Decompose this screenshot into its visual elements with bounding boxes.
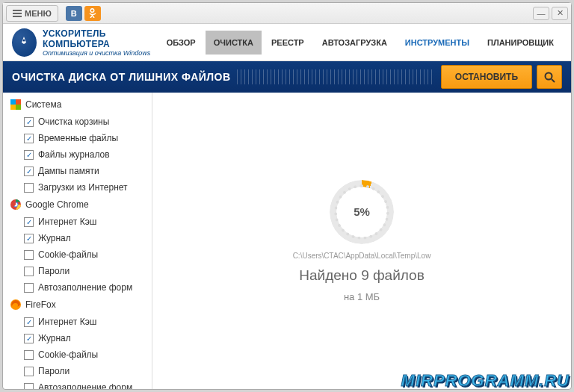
list-item[interactable]: Автозаполнение форм bbox=[3, 279, 152, 296]
found-count: Найдено 9 файлов bbox=[299, 267, 425, 284]
list-item[interactable]: Временные файлы bbox=[3, 130, 152, 146]
item-label: Журнал bbox=[38, 333, 71, 343]
list-item[interactable]: Очистка корзины bbox=[3, 113, 152, 130]
item-label: Cookie-файлы bbox=[38, 249, 98, 260]
ok-button[interactable] bbox=[84, 6, 101, 21]
group-система[interactable]: Система bbox=[3, 96, 152, 113]
close-button[interactable]: ✕ bbox=[552, 7, 568, 20]
item-label: Загрузки из Интернет bbox=[38, 182, 128, 193]
logo: УСКОРИТЕЛЬ КОМПЬЮТЕРА Оптимизация и очис… bbox=[12, 28, 158, 57]
main-panel: 5% C:\Users\СТАС\AppData\Local\Temp\Low … bbox=[152, 93, 571, 389]
app-window: МЕНЮ B — ✕ УСКОРИТЕЛЬ КОМПЬЮТЕРА Оптимиз… bbox=[2, 2, 572, 390]
tab-реестр[interactable]: РЕЕСТР bbox=[263, 31, 312, 55]
search-button[interactable] bbox=[537, 65, 562, 89]
tab-инструменты[interactable]: ИНСТРУМЕНТЫ bbox=[397, 31, 478, 55]
list-item[interactable]: Cookie-файлы bbox=[3, 246, 152, 263]
checkbox[interactable] bbox=[24, 383, 34, 390]
sidebar[interactable]: СистемаОчистка корзиныВременные файлыФай… bbox=[3, 93, 152, 389]
list-item[interactable]: Пароли bbox=[3, 263, 152, 279]
item-label: Автозаполнение форм bbox=[38, 382, 132, 389]
checkbox[interactable] bbox=[24, 183, 34, 193]
list-item[interactable]: Интернет Кэш bbox=[3, 314, 152, 330]
group-label: FireFox bbox=[25, 299, 56, 310]
progress-percent: 5% bbox=[354, 205, 370, 218]
checkbox[interactable] bbox=[24, 167, 34, 176]
content: СистемаОчистка корзиныВременные файлыФай… bbox=[3, 93, 571, 389]
progress-spinner: 5% bbox=[330, 180, 394, 244]
windows-icon bbox=[10, 99, 21, 110]
item-label: Автозаполнение форм bbox=[38, 282, 132, 293]
group-label: Система bbox=[25, 99, 61, 110]
tab-автозагрузка[interactable]: АВТОЗАГРУЗКА bbox=[314, 31, 395, 55]
logo-title: УСКОРИТЕЛЬ КОМПЬЮТЕРА bbox=[43, 28, 158, 49]
checkbox[interactable] bbox=[24, 150, 34, 160]
list-item[interactable]: Журнал bbox=[3, 330, 152, 346]
item-label: Файлы журналов bbox=[38, 149, 110, 160]
ok-icon bbox=[88, 8, 96, 18]
minimize-button[interactable]: — bbox=[533, 7, 549, 20]
item-label: Интернет Кэш bbox=[38, 317, 96, 327]
list-item[interactable]: Автозаполнение форм bbox=[3, 379, 152, 389]
tab-обзор[interactable]: ОБЗОР bbox=[158, 31, 204, 55]
item-label: Временные файлы bbox=[38, 133, 118, 143]
list-item[interactable]: Дампы памяти bbox=[3, 163, 152, 179]
hamburger-icon bbox=[13, 8, 22, 19]
titlebar: МЕНЮ B — ✕ bbox=[3, 3, 571, 24]
logo-subtitle: Оптимизация и очистка Windows bbox=[43, 49, 158, 57]
group-firefox[interactable]: FireFox bbox=[3, 296, 152, 314]
item-label: Дампы памяти bbox=[38, 166, 99, 176]
firefox-icon bbox=[10, 299, 21, 310]
current-path: C:\Users\СТАС\AppData\Local\Temp\Low bbox=[293, 252, 431, 260]
found-size: на 1 МБ bbox=[344, 291, 380, 302]
chrome-icon bbox=[10, 199, 21, 210]
item-label: Cookie-файлы bbox=[38, 349, 98, 360]
svg-line-3 bbox=[552, 79, 555, 82]
nav-tabs: ОБЗОРОЧИСТКАРЕЕСТРАВТОЗАГРУЗКАИНСТРУМЕНТ… bbox=[158, 31, 562, 55]
tab-планировщик[interactable]: ПЛАНИРОВЩИК bbox=[479, 31, 562, 55]
item-label: Очистка корзины bbox=[38, 116, 109, 127]
item-label: Интернет Кэш bbox=[38, 217, 96, 227]
tab-очистка[interactable]: ОЧИСТКА bbox=[206, 31, 262, 55]
list-item[interactable]: Cookie-файлы bbox=[3, 346, 152, 363]
list-item[interactable]: Журнал bbox=[3, 230, 152, 246]
item-label: Пароли bbox=[38, 266, 70, 276]
checkbox[interactable] bbox=[24, 283, 34, 293]
header: УСКОРИТЕЛЬ КОМПЬЮТЕРА Оптимизация и очис… bbox=[3, 24, 571, 61]
checkbox[interactable] bbox=[24, 350, 34, 360]
list-item[interactable]: Интернет Кэш bbox=[3, 214, 152, 230]
stop-button[interactable]: ОСТАНОВИТЬ bbox=[441, 65, 532, 89]
svg-point-2 bbox=[545, 72, 552, 79]
progress-ticks bbox=[237, 69, 435, 84]
menu-button[interactable]: МЕНЮ bbox=[6, 5, 58, 22]
checkbox[interactable] bbox=[24, 234, 34, 243]
list-item[interactable]: Пароли bbox=[3, 363, 152, 379]
item-label: Пароли bbox=[38, 366, 70, 376]
group-label: Google Chrome bbox=[25, 199, 89, 210]
action-banner: ОЧИСТКА ДИСКА ОТ ЛИШНИХ ФАЙЛОВ ОСТАНОВИТ… bbox=[3, 61, 571, 93]
group-google-chrome[interactable]: Google Chrome bbox=[3, 196, 152, 214]
checkbox[interactable] bbox=[24, 134, 34, 143]
list-item[interactable]: Файлы журналов bbox=[3, 146, 152, 163]
checkbox[interactable] bbox=[24, 317, 34, 327]
svg-point-0 bbox=[90, 9, 94, 13]
checkbox[interactable] bbox=[24, 117, 34, 127]
banner-title: ОЧИСТКА ДИСКА ОТ ЛИШНИХ ФАЙЛОВ bbox=[12, 71, 231, 83]
checkbox[interactable] bbox=[24, 250, 34, 260]
checkbox[interactable] bbox=[24, 334, 34, 343]
vk-button[interactable]: B bbox=[66, 6, 82, 21]
watermark: MIRPROGRAMM.RU bbox=[401, 371, 570, 391]
list-item[interactable]: Загрузки из Интернет bbox=[3, 179, 152, 196]
window-controls: — ✕ bbox=[533, 7, 568, 20]
logo-icon bbox=[12, 28, 37, 57]
item-label: Журнал bbox=[38, 233, 71, 243]
menu-label: МЕНЮ bbox=[25, 9, 52, 18]
search-icon bbox=[544, 72, 555, 83]
checkbox[interactable] bbox=[24, 367, 34, 376]
checkbox[interactable] bbox=[24, 217, 34, 227]
checkbox[interactable] bbox=[24, 267, 34, 276]
svg-point-1 bbox=[23, 39, 25, 41]
social-buttons: B bbox=[66, 6, 101, 21]
